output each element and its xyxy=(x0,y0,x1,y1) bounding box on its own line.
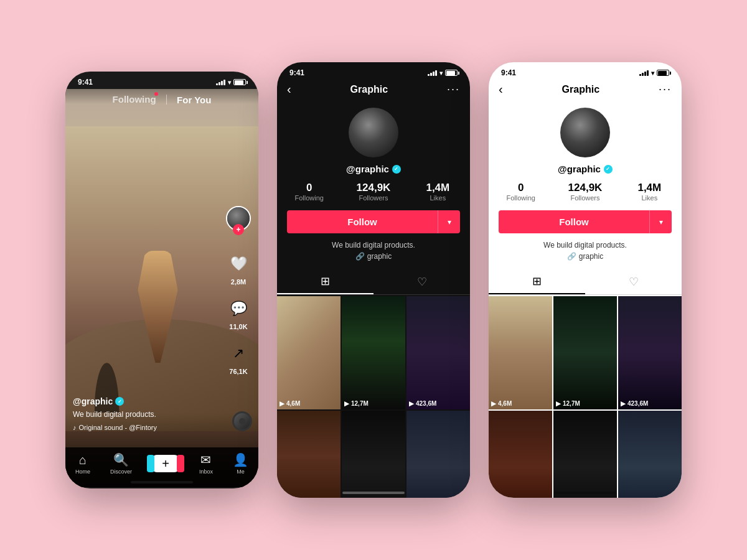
disc-center xyxy=(239,418,245,424)
play-icon-2: ▶ xyxy=(344,400,349,407)
follow-dropdown-3[interactable]: ▾ xyxy=(649,210,672,233)
notif-dot xyxy=(154,92,158,96)
grid-item-l2[interactable]: ▶ 12,7M xyxy=(553,296,617,409)
more-button-2[interactable]: ··· xyxy=(447,83,460,96)
follow-button-3[interactable]: Follow xyxy=(499,210,649,233)
grid-item-6[interactable]: ▶ 4,6M xyxy=(406,411,470,498)
username-2: @graphic ✓ xyxy=(277,164,470,174)
follow-plus[interactable]: + xyxy=(233,224,244,235)
thumb-l1 xyxy=(489,296,552,409)
link-2: 🔗 graphic xyxy=(277,252,470,261)
count-l3: ▶ 423,6M xyxy=(621,400,648,407)
share-action[interactable]: ↗ 76,1K xyxy=(227,342,250,375)
signal-icon-2 xyxy=(428,70,437,76)
grid-item-l6[interactable]: ▶ 4,6M xyxy=(618,411,682,498)
signal-icon-3 xyxy=(639,70,649,76)
avatar-wrap-2 xyxy=(277,101,470,164)
thumb-l2 xyxy=(553,296,617,409)
wifi-icon-3: ▾ xyxy=(651,70,654,77)
avatar-image-2 xyxy=(349,108,398,157)
thumb-l6 xyxy=(618,411,682,498)
phone1: 9:41 ▾ xyxy=(65,72,258,488)
avatar-action[interactable]: + xyxy=(226,206,251,231)
following-tab-wrap[interactable]: Following xyxy=(113,94,156,105)
following-stat-3: 0 Following xyxy=(489,182,553,202)
heart-icon: 🤍 xyxy=(227,252,250,276)
verified-icon: ✓ xyxy=(115,397,124,406)
thumb-l4 xyxy=(489,411,552,498)
follow-button-2[interactable]: Follow xyxy=(287,210,438,233)
comment-action[interactable]: 💬 11,0K xyxy=(227,297,250,330)
thumb-5 xyxy=(342,411,405,498)
back-button-2[interactable]: ‹ xyxy=(287,82,291,96)
wifi-icon-1: ▾ xyxy=(228,79,231,86)
verified-badge-2: ✓ xyxy=(392,165,401,174)
home-bar-2 xyxy=(342,492,405,494)
video-grid-3: ▶ 4,6M ▶ 12,7M ▶ 423,6M xyxy=(489,296,682,498)
grid-item-l4[interactable]: ▶ 12,7M xyxy=(489,411,552,498)
phones-container: 9:41 ▾ xyxy=(0,0,747,560)
username-3: @graphic ✓ xyxy=(489,164,682,174)
video-sound: ♪ Original sound - @Fintory xyxy=(73,424,221,431)
bio-3: We build digital products. xyxy=(489,241,682,250)
thumb-2 xyxy=(342,296,405,409)
grid-item-4[interactable]: ▶ 12,7M xyxy=(277,411,341,498)
link-3: 🔗 graphic xyxy=(489,252,682,261)
play-icon: ▶ xyxy=(280,400,284,407)
profile-header-3: ‹ Graphic ··· xyxy=(489,80,682,101)
grid-item-3[interactable]: ▶ 423,6M xyxy=(406,296,470,409)
follow-row-2: Follow ▾ xyxy=(287,210,460,233)
bio-2: We build digital products. xyxy=(277,241,470,250)
battery-icon-1 xyxy=(233,79,246,85)
for-you-tab[interactable]: For You xyxy=(177,95,211,105)
more-button-3[interactable]: ··· xyxy=(659,83,672,96)
grid-item-l3[interactable]: ▶ 423,6M xyxy=(618,296,682,409)
profile-tabs-3: ⊞ ♡ xyxy=(489,269,682,295)
liked-tab-2[interactable]: ♡ xyxy=(374,269,470,294)
status-bar-3: 9:41 ▾ xyxy=(489,62,682,80)
search-icon: 🔍 xyxy=(113,452,129,467)
status-bar-2: 9:41 ▾ xyxy=(277,62,470,80)
video-actions: + 🤍 2,8M 💬 11,0K ↗ 76,1K xyxy=(226,206,251,375)
status-icons-3: ▾ xyxy=(639,70,669,77)
thumb-3 xyxy=(406,296,470,409)
following-stat-2: 0 Following xyxy=(277,182,341,202)
play-l3: ▶ xyxy=(621,400,626,407)
grid-item-l1[interactable]: ▶ 4,6M xyxy=(489,296,552,409)
nav-me[interactable]: 👤 Me xyxy=(233,452,248,475)
feed-header: Following For You xyxy=(65,89,258,110)
avatar-wrap-3 xyxy=(489,101,682,164)
liked-tab-3[interactable]: ♡ xyxy=(585,269,682,294)
back-button-3[interactable]: ‹ xyxy=(499,82,503,96)
grid-item-5[interactable]: ▶ 423,6M xyxy=(342,411,405,498)
follow-dropdown-2[interactable]: ▾ xyxy=(438,210,460,233)
following-tab[interactable]: Following xyxy=(113,94,156,105)
followers-stat-3: 124,9K Followers xyxy=(553,182,617,202)
grid-item-l5[interactable]: ▶ 423,6M xyxy=(553,411,617,498)
inbox-icon: ✉ xyxy=(200,452,211,467)
bottom-nav: ⌂ Home 🔍 Discover + ✉ Inbox 👤 Me xyxy=(65,447,258,487)
profile-avatar-2 xyxy=(349,108,398,157)
nav-discover[interactable]: 🔍 Discover xyxy=(110,452,132,475)
avatar-image-3 xyxy=(560,108,610,157)
nav-home[interactable]: ⌂ Home xyxy=(75,453,90,475)
grid-tab-3[interactable]: ⊞ xyxy=(489,269,585,294)
video-feed: Following For You + 🤍 2,8M xyxy=(65,89,258,487)
like-action[interactable]: 🤍 2,8M xyxy=(227,252,250,286)
wifi-icon-2: ▾ xyxy=(439,70,443,77)
music-disc xyxy=(232,411,252,431)
thumb-l3 xyxy=(618,296,682,409)
grid-item-1[interactable]: ▶ 4,6M xyxy=(277,296,341,409)
video-info: @graphic ✓ We build digital products. ♪ … xyxy=(73,396,221,431)
battery-icon-3 xyxy=(657,70,669,76)
profile-avatar-3 xyxy=(560,108,610,157)
follow-row-3: Follow ▾ xyxy=(499,210,672,233)
count-l1: ▶ 4,6M xyxy=(491,400,512,407)
nav-inbox[interactable]: ✉ Inbox xyxy=(199,452,213,475)
count-3: ▶ 423,6M xyxy=(409,400,436,407)
grid-tab-2[interactable]: ⊞ xyxy=(277,269,374,294)
nav-create[interactable]: + xyxy=(152,455,179,472)
grid-item-2[interactable]: ▶ 12,7M xyxy=(342,296,405,409)
create-icon[interactable]: + xyxy=(152,455,179,472)
profile-title-3: Graphic xyxy=(562,84,599,95)
